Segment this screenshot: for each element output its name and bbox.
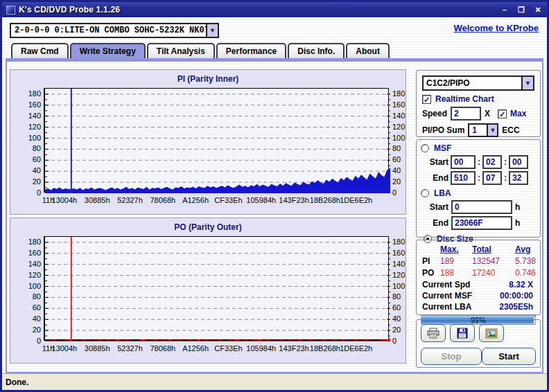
msf-end-frame[interactable] (509, 171, 528, 185)
x-axis-tick-label: CF33Eh (214, 196, 242, 204)
current-lba-value: 2305E5h (499, 302, 533, 312)
lba-radio[interactable] (421, 189, 429, 197)
chevron-down-icon[interactable]: ▼ (206, 24, 218, 37)
x-axis-tick-label: 52327h (117, 344, 143, 353)
title-bar: K's CD/DVD Probe 1.1.26 – ❐ ✕ (2, 2, 547, 17)
tab-about[interactable]: About (346, 43, 390, 58)
lba-end-unit: h (515, 218, 520, 228)
po-chart (44, 236, 389, 341)
current-msf-value: 00:00:00 (500, 291, 533, 301)
msf-start-min[interactable] (451, 155, 476, 169)
msf-start-frame[interactable] (509, 155, 528, 169)
po-max: 188 (440, 268, 472, 278)
speed-label: Speed (422, 109, 447, 118)
msf-label: MSF (434, 143, 451, 153)
y-axis-tick-label: 0 (13, 188, 41, 197)
y-axis-tick-label: 140 (392, 112, 405, 120)
x-axis-tick-label: 30885h (85, 196, 110, 204)
msf-end-sec[interactable] (482, 171, 502, 185)
close-icon[interactable]: ✕ (533, 5, 543, 15)
current-lba-label: Current LBA (422, 302, 471, 312)
x-axis-tick-label: 52327h (117, 196, 143, 204)
po-avg: 0.746 (515, 268, 547, 278)
save-button[interactable] (450, 324, 475, 342)
y-axis-tick-label: 40 (392, 314, 401, 323)
x-axis-tick-label: 143F23h (279, 196, 308, 204)
y-axis-tick-label: 60 (13, 303, 41, 312)
y-axis-tick-label: 100 (13, 282, 41, 290)
print-button[interactable] (421, 324, 446, 342)
status-bar: Done. (2, 373, 547, 390)
minimize-icon[interactable]: – (500, 5, 509, 15)
msf-start-sec[interactable] (482, 155, 502, 169)
x-axis-tick-label: A1256h (182, 344, 209, 353)
msf-radio[interactable] (421, 144, 429, 152)
lba-end-input[interactable] (451, 216, 512, 230)
y-axis-tick-label: 60 (13, 155, 41, 163)
pipo-sum-select[interactable]: 1 ▼ (468, 123, 498, 137)
lba-start-unit: h (515, 202, 520, 212)
y-axis-tick-label: 20 (392, 326, 401, 334)
lba-start-label: Start (421, 202, 448, 212)
po-total: 17240 (472, 268, 515, 278)
pipo-sum-value: 1 (469, 125, 487, 135)
max-speed-checkbox[interactable]: ✓ (498, 109, 507, 118)
realtime-chart-checkbox[interactable]: ✓ (422, 95, 431, 104)
y-axis-tick-label: 120 (13, 271, 41, 279)
x-axis-tick-label: 1DE6E2h (340, 344, 372, 353)
y-axis-tick-label: 60 (392, 303, 401, 312)
drive-select[interactable]: 2-0-0-0 0:LITE-ON COMBO SOHC-5232K NK07 … (10, 23, 219, 38)
msf-end-min[interactable] (451, 171, 476, 185)
drive-select-value: 2-0-0-0 0:LITE-ON COMBO SOHC-5232K NK07 (11, 26, 206, 35)
tab-tilt-analysis[interactable]: Tilt Analysis (147, 43, 215, 58)
y-axis-tick-label: 160 (13, 249, 41, 257)
stats-group: Max. Total Avg PI 189 132547 5.738 PO 18… (416, 240, 541, 315)
y-axis-tick-label: 40 (13, 314, 41, 323)
current-speed-value: 8.32 X (509, 280, 533, 289)
stat-header-avg: Avg (515, 244, 547, 254)
x-axis-tick-label: 18B268h (310, 344, 340, 353)
y-axis-tick-label: 20 (13, 177, 41, 186)
lba-end-label: End (421, 218, 448, 228)
y-axis-tick-label: 180 (392, 238, 405, 246)
pipo-sum-label: PI/PO Sum (422, 125, 464, 135)
po-x-axis-labels: 11h13004h30885h52327h78068hA1256hCF33Eh1… (44, 344, 389, 355)
tab-write-strategy[interactable]: Write Strategy (70, 43, 146, 58)
y-axis-tick-label: 100 (392, 134, 405, 142)
tab-raw-cmd[interactable]: Raw Cmd (11, 43, 69, 58)
current-msf-label: Current MSF (422, 291, 472, 301)
pi-chart (44, 88, 389, 193)
y-axis-tick-label: 100 (13, 134, 41, 142)
stat-header-total: Total (472, 244, 515, 254)
welcome-link[interactable]: Welcome to KProbe (453, 23, 539, 33)
floppy-disk-icon (457, 328, 468, 339)
y-axis-tick-label: 20 (13, 326, 41, 334)
speed-input[interactable] (451, 107, 481, 121)
y-axis-tick-label: 180 (13, 89, 41, 98)
msf-start-label: Start (421, 157, 448, 167)
mode-select[interactable]: C1C2/PIPO ▼ (422, 75, 534, 91)
lba-start-input[interactable] (451, 200, 512, 214)
stop-button[interactable]: Stop (421, 348, 482, 365)
chevron-down-icon[interactable]: ▼ (521, 77, 533, 89)
status-text: Done. (6, 377, 28, 387)
app-icon (6, 6, 15, 15)
x-axis-tick-label: 1DE6E2h (340, 196, 372, 204)
tab-performance[interactable]: Performance (216, 43, 286, 58)
mode-select-value: C1C2/PIPO (424, 78, 521, 88)
x-axis-tick-label: 13004h (52, 196, 78, 204)
y-axis-tick-label: 80 (13, 144, 41, 152)
chevron-down-icon[interactable]: ▼ (487, 125, 497, 136)
start-button[interactable]: Start (482, 348, 536, 365)
export-image-button[interactable] (479, 324, 504, 342)
y-axis-tick-label: 160 (392, 100, 405, 109)
maximize-icon[interactable]: ❐ (516, 5, 526, 15)
tab-disc-info-[interactable]: Disc Info. (288, 43, 345, 58)
po-stat-label: PO (422, 268, 440, 278)
po-chart-title: PO (Parity Outer) (10, 218, 406, 235)
x-axis-tick-label: CF33Eh (214, 344, 242, 353)
ecc-label: ECC (502, 125, 519, 135)
y-axis-tick-label: 40 (392, 166, 401, 175)
current-speed-label: Current Spd (422, 280, 470, 289)
y-axis-tick-label: 60 (392, 155, 401, 163)
